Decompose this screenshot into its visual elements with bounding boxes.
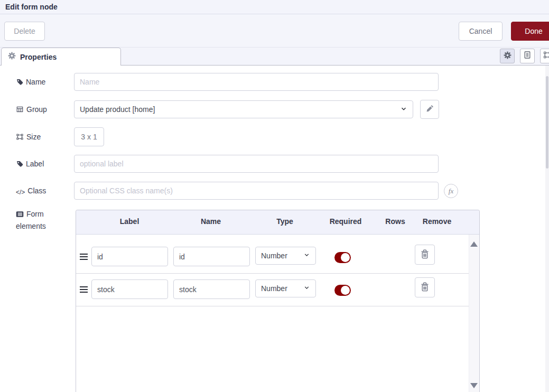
col-header-rows: Rows [385,217,405,226]
col-header-required: Required [330,217,362,226]
table-scrollbar[interactable] [469,235,479,392]
group-select[interactable]: Update product [home] [74,100,413,118]
gear-icon [8,52,16,62]
dynamic-class-fx-button[interactable]: fx [444,184,458,198]
edit-group-button[interactable] [420,100,439,119]
tab-properties-label: Properties [20,53,57,61]
trash-icon [421,282,429,293]
element-type-value: Number [261,284,287,293]
name-input[interactable] [74,73,439,91]
col-header-label: Label [120,217,139,226]
scroll-up-icon[interactable] [470,241,478,247]
properties-tab-button[interactable] [500,49,515,63]
drag-handle-icon[interactable] [80,286,88,294]
gear-icon [504,51,511,61]
label-input[interactable] [74,155,439,173]
col-header-remove: Remove [423,217,451,226]
form-elements-table-header: Label Name Type Required Rows Remove [76,210,479,235]
appearance-icon [543,51,549,61]
panel-scrollbar[interactable] [545,66,549,392]
form-elements-label: Form elements [16,209,62,232]
table-row: Number [76,241,469,274]
scroll-down-icon[interactable] [470,383,478,388]
element-type-select[interactable]: Number [255,247,316,265]
trash-icon [421,249,429,260]
table-row: Number [76,274,469,306]
tag-icon [16,78,23,89]
required-toggle[interactable] [334,252,351,263]
form-elements-rows: Number [76,235,469,392]
list-icon [16,210,24,221]
element-type-value: Number [261,251,287,260]
appearance-tab-button[interactable] [540,49,549,63]
description-tab-button[interactable] [520,49,535,63]
dialog-toolbar: Delete Cancel Done [0,14,549,48]
remove-row-button[interactable] [415,277,435,297]
group-select-value: Update product [home] [80,105,155,114]
name-field-label: Name [16,77,64,89]
element-label-input[interactable] [91,279,168,299]
group-field-label: Group [16,104,64,116]
description-icon [523,51,532,61]
object-group-icon [16,133,24,144]
col-header-name: Name [201,217,221,226]
required-toggle[interactable] [334,285,351,296]
size-field-label: Size [16,132,64,144]
edit-form-node-dialog: Edit form node Delete Cancel Done [0,0,549,392]
element-name-input[interactable] [173,247,250,266]
code-icon: </> [16,187,25,198]
editor-tab-bar: Properties [0,48,549,66]
dialog-header: Edit form node [0,0,549,14]
chevron-down-icon [303,251,310,260]
done-button[interactable]: Done [511,22,549,41]
tab-properties[interactable]: Properties [1,48,121,66]
element-label-input[interactable] [91,247,168,266]
chevron-down-icon [303,284,310,293]
element-type-select[interactable]: Number [255,279,316,297]
form-elements-table: Label Name Type Required Rows Remove Num… [76,210,480,392]
class-field-label: </>Class [16,185,64,198]
dialog-title: Edit form node [5,3,58,11]
scrollbar-thumb[interactable] [546,76,548,169]
class-input[interactable] [74,182,439,200]
remove-row-button[interactable] [415,245,435,265]
properties-panel: Name Group Update product [home] [0,66,549,392]
tag-icon [16,160,23,171]
label-field-label: Label [16,158,64,171]
element-name-input[interactable] [173,279,250,299]
drag-handle-icon[interactable] [80,254,88,262]
col-header-type: Type [276,217,293,226]
table-icon [16,105,24,116]
delete-button[interactable]: Delete [4,22,45,41]
chevron-down-icon [400,105,407,114]
pencil-icon [426,105,433,114]
size-button[interactable]: 3 x 1 [74,127,104,146]
cancel-button[interactable]: Cancel [459,22,503,41]
